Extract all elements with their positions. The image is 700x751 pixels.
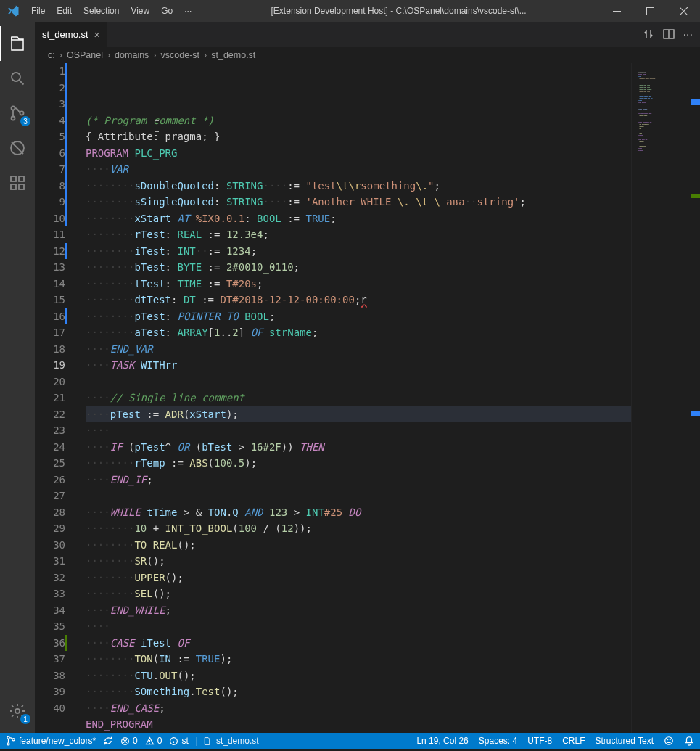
debug-view[interactable] [0, 131, 35, 165]
encoding[interactable]: UTF-8 [527, 736, 552, 746]
menu-edit[interactable]: Edit [51, 1, 78, 20]
current-file[interactable]: | st_demo.st [196, 736, 259, 746]
svg-point-13 [7, 736, 9, 739]
svg-point-5 [20, 112, 24, 115]
more-actions-icon[interactable]: ··· [683, 28, 693, 41]
svg-rect-7 [11, 176, 16, 181]
tabs-bar: st_demo.st × ··· [35, 22, 700, 47]
ext-info[interactable]: st [169, 736, 188, 746]
sync-icon[interactable] [103, 736, 113, 746]
notifications-icon[interactable] [684, 736, 694, 746]
vscode-logo [0, 4, 25, 17]
git-branch[interactable]: feature/new_colors* [6, 736, 96, 746]
titlebar: File Edit Selection View Go ··· [Extensi… [0, 0, 700, 22]
chevron-right-icon: › [153, 50, 156, 60]
maximize-button[interactable] [633, 0, 667, 22]
scm-badge: 3 [20, 116, 30, 126]
svg-rect-8 [19, 176, 24, 181]
svg-point-11 [15, 709, 20, 713]
menu-view[interactable]: View [125, 1, 155, 20]
svg-point-15 [12, 739, 15, 741]
line-gutter: 1234567891011121314151617181920212223242… [35, 63, 78, 733]
chevron-right-icon: › [59, 50, 62, 60]
code-content[interactable]: (* Program comment *){ Attribute: pragma… [78, 63, 631, 733]
window-title: [Extension Development Host] - C:\OSPane… [197, 6, 600, 16]
window-controls [600, 0, 700, 22]
breadcrumb-item[interactable]: vscode-st [161, 50, 200, 60]
indentation[interactable]: Spaces: 4 [479, 736, 517, 746]
scm-view[interactable]: 3 [0, 96, 35, 131]
language-mode[interactable]: Structured Text [596, 736, 654, 746]
breadcrumb-item[interactable]: domains [115, 50, 149, 60]
svg-rect-1 [646, 7, 654, 15]
svg-point-4 [12, 117, 15, 120]
eol[interactable]: CRLF [562, 736, 585, 746]
status-bar: feature/new_colors* 0 0 st | st_demo.st … [0, 733, 700, 749]
feedback-icon[interactable] [664, 736, 674, 746]
svg-rect-0 [613, 11, 621, 12]
settings-gear[interactable]: 1 [0, 694, 35, 729]
svg-point-19 [667, 739, 668, 740]
menu-file[interactable]: File [25, 1, 51, 20]
search-view[interactable] [0, 61, 35, 96]
menu-selection[interactable]: Selection [78, 1, 125, 20]
menu-bar: File Edit Selection View Go ··· [25, 1, 197, 20]
svg-point-3 [12, 107, 15, 110]
svg-point-2 [12, 73, 20, 81]
breadcrumbs[interactable]: c:› OSPanel› domains› vscode-st› st_demo… [35, 47, 700, 63]
problems[interactable]: 0 0 [120, 736, 162, 746]
svg-point-14 [7, 743, 9, 745]
breadcrumb-item[interactable]: c: [48, 50, 55, 60]
close-button[interactable] [667, 0, 700, 22]
svg-rect-9 [11, 184, 16, 189]
svg-point-20 [670, 739, 670, 740]
extensions-view[interactable] [0, 165, 35, 200]
minimap[interactable]: ▬▬▬▬▬▬▬▬▬ ▬▬▬▬▬▬▬▬▬▬ ▬▬▬▬▬ ▬▬▬▬ ▬▬▬ ▬▬▬▬… [631, 63, 700, 733]
minimize-button[interactable] [600, 0, 633, 22]
text-editor[interactable]: 1234567891011121314151617181920212223242… [35, 63, 700, 733]
activity-bar: 3 1 [0, 22, 35, 733]
editor-group: st_demo.st × ··· c:› OSPanel› domains› v… [35, 22, 700, 733]
chevron-right-icon: › [107, 50, 110, 60]
tab-label: st_demo.st [42, 29, 88, 40]
breadcrumb-item[interactable]: OSPanel [67, 50, 103, 60]
svg-rect-10 [19, 184, 24, 189]
chevron-right-icon: › [204, 50, 207, 60]
explorer-view[interactable] [0, 26, 35, 61]
cursor-position[interactable]: Ln 19, Col 26 [416, 736, 468, 746]
menu-more[interactable]: ··· [178, 1, 197, 20]
compare-changes-icon[interactable] [643, 28, 654, 41]
svg-point-18 [665, 737, 673, 745]
close-icon[interactable]: × [94, 29, 100, 41]
tab-active[interactable]: st_demo.st × [35, 22, 108, 47]
settings-badge: 1 [20, 714, 30, 724]
breadcrumb-item[interactable]: st_demo.st [211, 50, 255, 60]
text-cursor [157, 120, 157, 132]
menu-go[interactable]: Go [155, 1, 178, 20]
split-editor-icon[interactable] [663, 28, 675, 41]
